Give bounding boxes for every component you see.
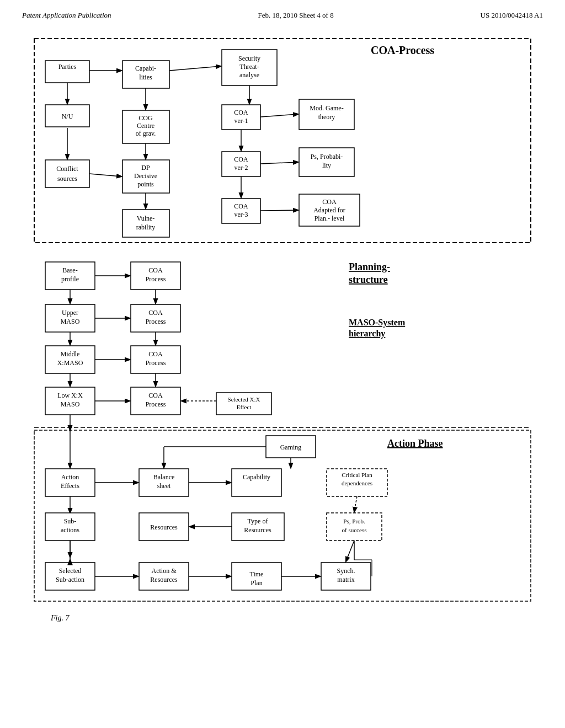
svg-text:hierarchy: hierarchy [349, 329, 385, 339]
svg-line-53 [169, 66, 221, 71]
svg-text:Centre: Centre [137, 122, 154, 130]
svg-text:COA: COA [148, 350, 163, 358]
svg-text:Effect: Effect [237, 404, 252, 410]
svg-text:Time: Time [250, 570, 264, 578]
svg-text:ver-3: ver-3 [234, 211, 248, 218]
svg-text:Action Phase: Action Phase [387, 438, 443, 449]
svg-text:Low X:X: Low X:X [57, 392, 83, 399]
svg-text:DP: DP [141, 164, 150, 172]
svg-text:Upper: Upper [62, 309, 78, 317]
svg-text:COA: COA [234, 156, 248, 163]
svg-text:lity: lity [322, 162, 331, 169]
svg-text:COA-Process: COA-Process [371, 44, 434, 56]
svg-text:structure: structure [349, 274, 388, 285]
svg-text:COA: COA [322, 198, 337, 206]
svg-text:Plan.- level: Plan.- level [315, 215, 345, 222]
svg-text:Action: Action [61, 473, 79, 481]
svg-text:Capabi-: Capabi- [135, 65, 156, 72]
svg-text:COA: COA [148, 392, 163, 399]
svg-text:Plan: Plan [250, 579, 262, 587]
svg-text:Balance: Balance [153, 473, 175, 481]
svg-text:lities: lities [139, 73, 152, 81]
svg-text:Ps, Probabi-: Ps, Probabi- [311, 153, 343, 160]
svg-text:Process: Process [146, 275, 166, 283]
svg-text:Parties: Parties [58, 63, 77, 71]
svg-rect-6 [45, 160, 89, 188]
svg-text:Critical Plan: Critical Plan [342, 472, 372, 478]
svg-text:Base-: Base- [62, 266, 77, 274]
svg-text:Selected X:X: Selected X:X [228, 396, 260, 403]
svg-text:Selected: Selected [59, 567, 82, 575]
svg-text:Fig. 7: Fig. 7 [50, 614, 70, 622]
svg-text:COA: COA [148, 309, 163, 317]
svg-text:Sub-action: Sub-action [56, 576, 84, 584]
header-center: Feb. 18, 2010 Sheet 4 of 8 [258, 11, 333, 20]
svg-text:sources: sources [57, 175, 77, 183]
svg-line-161 [354, 496, 357, 512]
svg-text:actions: actions [61, 526, 79, 534]
svg-text:dependences: dependences [342, 480, 372, 486]
svg-text:COA: COA [234, 202, 248, 210]
svg-text:X:MASO: X:MASO [57, 359, 83, 367]
svg-text:Security: Security [238, 55, 260, 62]
main-diagram: COA-Process Parties N/U Conflict sources… [29, 33, 536, 706]
header-left: Patent Application Publication [22, 11, 111, 20]
svg-text:Resources: Resources [150, 576, 178, 584]
svg-text:profile: profile [61, 275, 79, 283]
svg-text:Process: Process [146, 359, 166, 367]
header-right: US 2010/0042418 A1 [481, 11, 543, 20]
svg-text:Capability: Capability [243, 473, 270, 481]
svg-text:Process: Process [146, 318, 166, 325]
svg-text:Sub-: Sub- [64, 517, 77, 525]
svg-text:MASO-System: MASO-System [349, 318, 406, 328]
svg-text:of success: of success [342, 527, 367, 533]
svg-line-57 [260, 114, 298, 117]
svg-text:Mod. Game-: Mod. Game- [310, 104, 343, 112]
svg-text:rability: rability [136, 223, 156, 231]
svg-text:sheet: sheet [157, 482, 171, 490]
svg-text:Type of: Type of [248, 517, 268, 525]
svg-text:Threat-: Threat- [239, 63, 259, 71]
svg-text:Synch.: Synch. [337, 567, 355, 575]
svg-text:of grav.: of grav. [136, 130, 156, 137]
svg-text:theory: theory [318, 113, 335, 121]
svg-text:Adapted for: Adapted for [313, 206, 345, 214]
svg-text:Resources: Resources [150, 523, 178, 531]
svg-text:COA: COA [234, 109, 248, 116]
svg-text:MASO: MASO [61, 318, 80, 325]
svg-text:Middle: Middle [61, 350, 80, 358]
page: Patent Application Publication Feb. 18, … [0, 0, 565, 728]
svg-text:COG: COG [138, 114, 153, 122]
svg-line-160 [346, 540, 354, 561]
svg-text:points: points [137, 180, 154, 188]
svg-text:Ps, Prob.: Ps, Prob. [343, 518, 365, 524]
svg-text:ver-1: ver-1 [234, 117, 248, 125]
svg-text:N/U: N/U [62, 113, 73, 120]
svg-text:ver-2: ver-2 [234, 164, 248, 172]
svg-text:MASO: MASO [61, 400, 80, 408]
svg-text:Resources: Resources [244, 526, 271, 534]
svg-text:Decisive: Decisive [134, 172, 157, 180]
svg-text:analyse: analyse [239, 71, 259, 79]
svg-text:matrix: matrix [337, 576, 354, 584]
page-header: Patent Application Publication Feb. 18, … [22, 11, 543, 20]
svg-text:Action &: Action & [152, 567, 177, 575]
svg-text:Vulne-: Vulne- [137, 215, 155, 222]
svg-text:Effects: Effects [61, 482, 79, 490]
svg-text:COA: COA [148, 266, 163, 274]
svg-text:Process: Process [146, 400, 166, 408]
svg-line-59 [260, 210, 298, 211]
svg-line-58 [260, 162, 298, 164]
svg-text:Conflict: Conflict [56, 165, 78, 173]
svg-text:Gaming: Gaming [280, 443, 302, 451]
svg-rect-0 [34, 39, 531, 243]
diagram-container: COA-Process Parties N/U Conflict sources… [22, 33, 543, 706]
svg-text:Planning-: Planning- [349, 261, 390, 272]
svg-line-49 [89, 174, 121, 176]
